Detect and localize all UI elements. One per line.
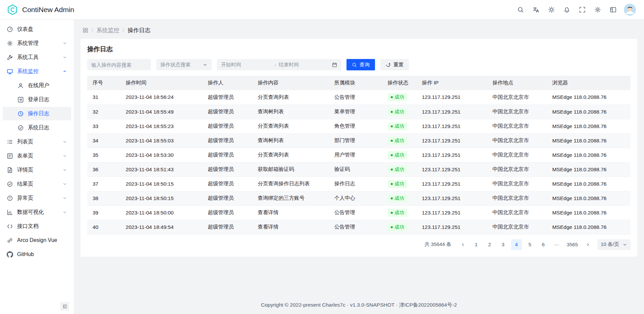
user-icon xyxy=(17,82,24,89)
fullscreen-icon[interactable] xyxy=(576,4,588,16)
breadcrumb: / 系统监控 / 操作日志 xyxy=(80,20,637,39)
cell-browser: MSEdge 118.0.2088.76 xyxy=(547,162,631,177)
cell-ip: 123.117.129.251 xyxy=(417,177,487,191)
settings-icon[interactable] xyxy=(592,4,604,16)
cell-no: 36 xyxy=(87,162,120,177)
cell-no: 37 xyxy=(87,177,120,191)
sidebar-item-label: Arco Design Vue xyxy=(17,237,67,243)
sidebar-item-form-page[interactable]: 表单页 xyxy=(3,149,71,163)
layout-icon[interactable] xyxy=(607,4,619,16)
status-badge: 成功 xyxy=(388,122,407,130)
column-header-ip: 操作 IP xyxy=(417,76,487,90)
settings-icon xyxy=(7,40,13,47)
date-range-picker[interactable]: 开始时间 - 结束时间 xyxy=(217,59,341,70)
apps-icon[interactable] xyxy=(83,27,88,33)
status-select[interactable]: 操作状态搜索 xyxy=(156,59,212,70)
sidebar-item-exception-page[interactable]: 异常页 xyxy=(3,191,71,205)
sidebar-item-arco-design-vue[interactable]: Arco Design Vue xyxy=(3,234,71,247)
cell-location: 中国北京北京市 xyxy=(487,90,547,105)
table-row: 392023-11-04 18:50:00超级管理员查看详情公告管理成功123.… xyxy=(87,205,631,220)
sidebar-item-system-monitor[interactable]: 系统监控 xyxy=(3,65,71,78)
pagination-page-5[interactable]: 5 xyxy=(525,239,535,250)
page-title: 操作日志 xyxy=(87,45,631,54)
sidebar-item-label: GitHub xyxy=(17,251,67,257)
cell-content: 获取邮箱验证码 xyxy=(252,162,329,177)
cell-time: 2023-11-04 18:50:15 xyxy=(120,177,203,191)
cell-module: 操作日志 xyxy=(329,177,382,191)
sidebar-item-operation-log[interactable]: 操作日志 xyxy=(3,107,71,120)
result-icon xyxy=(7,181,13,187)
cell-user: 超级管理员 xyxy=(202,205,252,220)
search-button[interactable]: 查询 xyxy=(346,59,375,70)
chart-icon xyxy=(7,209,13,215)
sidebar-item-label: 列表页 xyxy=(17,138,58,145)
chevron-up-icon xyxy=(62,69,67,74)
sidebar-item-system-tool[interactable]: 系统工具 xyxy=(3,51,71,64)
sidebar-item-system-management[interactable]: 系统管理 xyxy=(3,37,71,50)
sidebar-item-label: 在线用户 xyxy=(28,82,67,89)
refresh-icon xyxy=(386,62,391,67)
cell-status: 成功 xyxy=(382,220,417,234)
chevron-left-icon xyxy=(461,242,465,247)
page-size-select[interactable]: 10 条/页 xyxy=(597,239,631,250)
cell-no: 32 xyxy=(87,105,120,119)
pagination-page-3565[interactable]: 3565 xyxy=(565,239,580,250)
app-root: ContiNew Admin 仪表盘系统管理系统工具系统监控在线用户登录日志操作… xyxy=(0,0,644,314)
theme-icon[interactable] xyxy=(545,4,557,16)
brand[interactable]: ContiNew Admin xyxy=(7,4,74,15)
cell-ip: 123.117.129.251 xyxy=(417,105,487,119)
sidebar-item-github[interactable]: GitHub xyxy=(3,248,71,261)
pagination-page-6[interactable]: 6 xyxy=(538,239,549,250)
cell-content: 查看详情 xyxy=(252,220,329,234)
app-logo-icon xyxy=(7,4,18,15)
search-icon[interactable] xyxy=(515,4,527,16)
cell-ip: 123.117.129.251 xyxy=(417,119,487,133)
cell-location: 中国北京北京市 xyxy=(487,191,547,205)
cell-status: 成功 xyxy=(382,177,417,191)
notification-icon[interactable] xyxy=(561,4,573,16)
pagination-next-button[interactable] xyxy=(583,239,593,250)
user-avatar[interactable] xyxy=(624,4,636,16)
table-header-row: 序号操作时间操作人操作内容所属模块操作状态操作 IP操作地点浏览器 xyxy=(87,76,631,90)
content-search-input[interactable] xyxy=(87,59,151,70)
cell-status: 成功 xyxy=(382,205,417,220)
sidebar-item-result-page[interactable]: 结果页 xyxy=(3,177,71,191)
sidebar-item-api-doc[interactable]: 接口文档 xyxy=(3,219,71,233)
pagination-page-2[interactable]: 2 xyxy=(484,239,495,250)
pagination-page-4[interactable]: 4 xyxy=(511,239,522,250)
collapse-sidebar-button[interactable] xyxy=(60,302,69,311)
form-icon xyxy=(7,153,13,159)
cell-user: 超级管理员 xyxy=(202,119,252,133)
pagination-page-3[interactable]: 3 xyxy=(498,239,508,250)
pagination-pages: 123456···3565 xyxy=(471,239,580,250)
operation-log-icon xyxy=(17,111,24,117)
cell-user: 超级管理员 xyxy=(202,90,252,105)
sidebar-footer xyxy=(0,299,74,314)
sidebar-item-data-visualization[interactable]: 数据可视化 xyxy=(3,205,71,219)
sidebar-item-dashboard[interactable]: 仪表盘 xyxy=(3,22,71,36)
sidebar-item-login-log[interactable]: 登录日志 xyxy=(3,93,71,106)
sidebar-item-online-user[interactable]: 在线用户 xyxy=(3,79,71,92)
cell-status: 成功 xyxy=(382,105,417,119)
reset-button[interactable]: 重置 xyxy=(380,59,409,70)
table-row: 402023-11-04 18:49:54超级管理员查看详情公告管理成功123.… xyxy=(87,220,631,234)
pagination: 共 35644 条 123456···3565 10 条/页 xyxy=(87,239,631,250)
column-header-module: 所属模块 xyxy=(329,76,382,90)
breadcrumb-item-system-monitor[interactable]: 系统监控 xyxy=(97,26,119,34)
sidebar-item-list-page[interactable]: 列表页 xyxy=(3,135,71,148)
translate-icon[interactable] xyxy=(530,4,542,16)
cell-module: 个人中心 xyxy=(329,191,382,205)
cell-browser: MSEdge 118.0.2088.76 xyxy=(547,220,631,234)
chevron-down-icon xyxy=(62,41,67,46)
app-shell: 仪表盘系统管理系统工具系统监控在线用户登录日志操作日志系统日志列表页表单页详情页… xyxy=(0,20,644,314)
sidebar-item-label: 操作日志 xyxy=(28,110,67,117)
table-row: 362023-11-04 18:51:43超级管理员获取邮箱验证码验证码成功12… xyxy=(87,162,631,177)
cell-no: 39 xyxy=(87,205,120,220)
pagination-page-1[interactable]: 1 xyxy=(471,239,482,250)
sidebar-item-system-log[interactable]: 系统日志 xyxy=(3,121,71,134)
copyright-text: Copyright © 2022-present Charles7c · v1.… xyxy=(261,302,457,308)
status-dot xyxy=(391,169,393,171)
sidebar-item-detail-page[interactable]: 详情页 xyxy=(3,163,71,177)
pagination-prev-button[interactable] xyxy=(458,239,468,250)
sidebar-item-label: 系统管理 xyxy=(17,40,58,47)
